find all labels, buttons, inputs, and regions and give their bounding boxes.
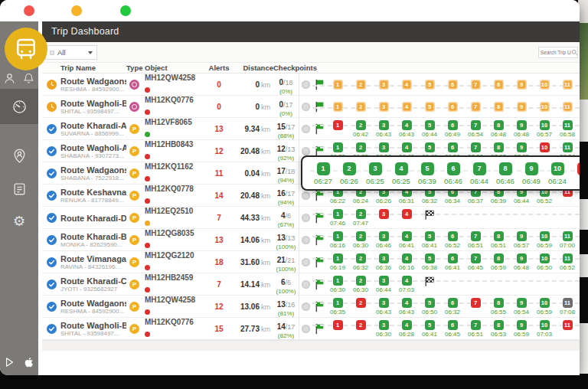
sidebar-item-tracking[interactable] xyxy=(0,138,38,173)
checkpoint-badge[interactable]: 8 xyxy=(494,231,504,241)
sidebar-item-dashboard[interactable] xyxy=(0,89,38,124)
checkpoint-badge[interactable]: 11 xyxy=(563,142,573,152)
checkpoint-badge[interactable]: 2 xyxy=(356,209,366,219)
checkpoint-badge[interactable]: 4 xyxy=(402,120,412,130)
checkpoint-badge[interactable]: 11 xyxy=(577,162,580,175)
table-row[interactable]: Route Kharadi-B... MONIKA - 82629590... … xyxy=(42,229,580,251)
checkpoint-badge[interactable]: 8 xyxy=(494,102,504,112)
checkpoint-badge[interactable]: 4 xyxy=(402,142,412,152)
user-icon[interactable] xyxy=(3,72,16,88)
checkpoint-badge[interactable]: 1 xyxy=(333,80,343,90)
trip-name[interactable]: Route Wadgaonsh... xyxy=(60,165,126,175)
sidebar-item-reports[interactable] xyxy=(0,172,38,207)
checkpoint-badge[interactable]: 5 xyxy=(425,120,435,130)
checkpoint-badge[interactable]: 10 xyxy=(540,142,550,152)
checkpoint-badge[interactable]: 9 xyxy=(517,320,527,330)
trip-name[interactable]: Route Wagholi-B... xyxy=(60,321,126,330)
timeline-clock-icon[interactable] xyxy=(302,191,310,200)
bus-logo[interactable] xyxy=(5,28,47,70)
timeline-clock-icon[interactable] xyxy=(302,80,310,89)
checkpoint-badge[interactable]: 6 xyxy=(448,231,458,241)
checkpoint-badge[interactable]: 1 xyxy=(333,298,343,308)
checkpoint-badge[interactable]: 9 xyxy=(517,298,527,308)
checkpoint-badge[interactable]: 3 xyxy=(379,298,389,308)
search-input[interactable] xyxy=(541,50,571,55)
table-row[interactable]: Route Wadgaonsh... RESHMA - 84592900... … xyxy=(42,296,580,318)
checkpoint-badge[interactable]: 6 xyxy=(448,80,458,90)
checkpoint-badge[interactable]: 2 xyxy=(343,162,356,175)
checkpoint-badge[interactable]: 5 xyxy=(425,80,435,90)
checkpoint-badge[interactable]: 5 xyxy=(425,231,435,241)
checkpoint-badge[interactable]: 7 xyxy=(471,142,481,152)
checkpoint-badge[interactable]: 11 xyxy=(563,320,573,330)
checkpoint-badge[interactable]: 3 xyxy=(379,80,389,90)
timeline-clock-icon[interactable] xyxy=(302,302,310,311)
checkpoint-badge[interactable]: 2 xyxy=(356,298,366,308)
checkpoint-badge[interactable]: 1 xyxy=(333,320,343,330)
checkpoint-badge[interactable]: 4 xyxy=(402,231,412,241)
minimize-window-button[interactable] xyxy=(71,5,82,16)
trip-name[interactable]: Route Kharadi-A... xyxy=(60,121,126,130)
checkpoint-badge[interactable]: 1 xyxy=(333,231,343,241)
checkpoint-badge[interactable]: 7 xyxy=(471,298,481,308)
checkpoint-badge[interactable]: 9 xyxy=(517,253,527,263)
timeline-clock-icon[interactable] xyxy=(302,125,310,133)
checkpoint-badge[interactable]: 5 xyxy=(425,320,435,330)
checkpoint-badge[interactable]: 6 xyxy=(448,320,458,330)
table-row[interactable]: Route Vimanagar... RAVINA - 84326196... … xyxy=(42,251,580,273)
checkpoint-badge[interactable]: 7 xyxy=(471,253,481,263)
checkpoint-badge[interactable]: 3 xyxy=(379,276,389,286)
checkpoint-badge[interactable]: 3 xyxy=(379,142,389,152)
timeline-clock-icon[interactable] xyxy=(302,214,310,222)
checkpoint-badge[interactable]: 2 xyxy=(356,253,366,263)
trip-name[interactable]: Route Wagholi-B... xyxy=(60,99,126,108)
checkpoint-badge[interactable]: 11 xyxy=(563,253,573,263)
checkpoint-badge[interactable]: 5 xyxy=(425,102,435,112)
checkpoint-badge[interactable]: 5 xyxy=(425,298,435,308)
checkpoint-badge[interactable]: 5 xyxy=(425,253,435,263)
google-play-icon[interactable] xyxy=(5,357,15,371)
checkpoint-badge[interactable]: 3 xyxy=(379,253,389,263)
timeline-clock-icon[interactable] xyxy=(302,147,310,155)
trip-name[interactable]: Route Kharadi-D... xyxy=(60,214,126,223)
checkpoint-badge[interactable]: 3 xyxy=(369,162,382,175)
checkpoint-badge[interactable]: 10 xyxy=(551,162,564,175)
checkpoint-badge[interactable]: 6 xyxy=(448,120,458,130)
checkpoint-badge[interactable]: 1 xyxy=(333,253,343,263)
checkpoint-badge[interactable]: 4 xyxy=(402,102,412,112)
table-row[interactable]: Route Kharadi-D... P MH12EQ2510 7 44.33k… xyxy=(42,207,580,229)
checkpoint-badge[interactable]: 10 xyxy=(540,102,550,112)
checkpoint-badge[interactable]: 7 xyxy=(471,102,481,112)
trip-name[interactable]: Route Wagholi-A... xyxy=(60,143,126,152)
checkpoint-badge[interactable]: 8 xyxy=(494,298,504,308)
checkpoint-badge[interactable]: 6 xyxy=(448,142,458,152)
timeline-clock-icon[interactable] xyxy=(302,103,310,111)
zoom-window-button[interactable] xyxy=(120,5,131,16)
checkpoint-badge[interactable]: 4 xyxy=(402,276,412,286)
checkpoint-badge[interactable]: 4 xyxy=(402,253,412,263)
trip-name[interactable]: Route Wadgaonsh... xyxy=(60,299,126,308)
checkpoint-badge[interactable]: 7 xyxy=(471,320,481,330)
checkpoint-badge[interactable]: 1 xyxy=(333,209,343,219)
checkpoint-badge[interactable]: 2 xyxy=(356,80,366,90)
checkpoint-badge[interactable]: 2 xyxy=(356,320,366,330)
checkpoint-badge[interactable]: 1 xyxy=(333,120,343,130)
trip-name[interactable]: Route Kharadi-C... xyxy=(60,276,126,286)
checkpoint-badge[interactable]: 11 xyxy=(563,231,573,241)
checkpoint-badge[interactable]: 2 xyxy=(356,142,366,152)
timeline-clock-icon[interactable] xyxy=(302,325,310,333)
checkpoint-badge[interactable]: 6 xyxy=(448,253,458,263)
checkpoint-badge[interactable]: 11 xyxy=(563,102,573,112)
checkpoint-badge[interactable]: 2 xyxy=(356,102,366,112)
checkpoint-badge[interactable]: 11 xyxy=(563,298,573,308)
table-row[interactable]: Route Wagholi-B... SHITAL - 93598497... … xyxy=(42,318,580,340)
checkpoint-badge[interactable]: 2 xyxy=(356,120,366,130)
checkpoint-badge[interactable]: 9 xyxy=(517,80,527,90)
table-row[interactable]: Route Wadgaonsh... RESHMA - 84592900... … xyxy=(42,74,580,96)
checkpoint-badge[interactable]: 9 xyxy=(517,231,527,241)
checkpoint-badge[interactable]: 4 xyxy=(402,209,412,219)
checkpoint-badge[interactable]: 8 xyxy=(499,162,512,175)
trip-name[interactable]: Route Kharadi-B... xyxy=(60,232,126,241)
checkpoint-badge[interactable]: 11 xyxy=(563,80,573,90)
checkpoint-badge[interactable]: 4 xyxy=(402,298,412,308)
